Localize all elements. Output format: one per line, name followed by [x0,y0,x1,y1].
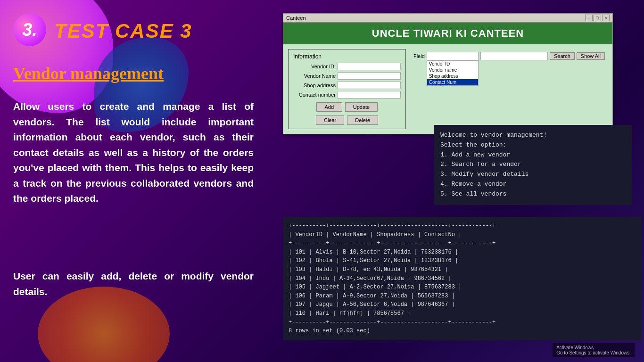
add-button[interactable]: Add [316,102,342,112]
terminal-line-2: Select the option: [440,140,625,150]
table-summary: 8 rows in set (0.03 sec) [289,327,636,336]
table-terminal: +----------+--------------+-------------… [283,217,641,340]
table-row-8: | 110 | Hari | hfjhfhj | 785678567 | [289,309,636,318]
window-titlebar: Canteen − □ × [283,14,612,23]
table-row-1: | 101 | Alvis | B-10,Sector 27,Noida | 7… [289,248,636,257]
field-dropdown[interactable] [427,52,479,60]
user-text: User can easily add, delete or modify ve… [13,269,254,299]
terminal-line-3: 1. Add a new vendor [440,150,625,160]
search-row: Field Vendor ID Vendor name Shop address… [413,52,605,60]
number-badge: 3. [13,13,46,46]
terminal-line-7: 5. See all vendors [440,189,625,199]
vendor-name-input[interactable] [338,72,401,80]
right-panel: Canteen − □ × UNCLE TIWARI KI CANTEEN In… [273,0,644,362]
window-title: Canteen [286,15,306,21]
left-panel: 3. TEST CASE 3 Vendor management Allow u… [0,0,273,362]
terminal-line-6: 4. Remove a vendor [440,180,625,189]
test-case-title: TEST CASE 3 [54,20,192,42]
dropdown-item-vendor-name[interactable]: Vendor name [427,67,478,73]
terminal-line-5: 3. Modify vendor details [440,170,625,180]
close-button[interactable]: × [602,15,610,21]
section-heading: Vendor management [13,64,164,83]
vendor-id-row: Vendor ID: [293,63,401,70]
contact-number-input[interactable] [338,91,401,99]
field-label: Field [413,53,425,59]
window-controls: − □ × [585,15,610,21]
dropdown-menu: Vendor ID Vendor name Shop address Conta… [427,60,479,86]
terminal-welcome-box: Welcome to vendor management! Select the… [434,125,632,205]
show-all-button[interactable]: Show All [577,52,605,60]
dropdown-item-contact-num[interactable]: Contact Num [427,79,478,85]
dropdown-item-vendor-id[interactable]: Vendor ID [427,61,478,67]
vendor-name-row: Vendor Name [293,72,401,80]
search-panel: Field Vendor ID Vendor name Shop address… [411,49,608,129]
activate-line-1: Activate Windows [556,345,631,350]
table-row-2: | 102 | Bhola | S-41,Sector 27,Noida | 1… [289,256,636,265]
search-button[interactable]: Search [550,52,575,60]
search-input[interactable] [480,52,548,60]
shop-address-input[interactable] [338,82,401,89]
update-button[interactable]: Update [345,102,378,112]
table-header: | VendorID | VendorName | Shopaddress | … [289,230,636,239]
vendor-id-label: Vendor ID: [293,64,336,69]
dropdown-selected-value [427,52,478,54]
table-separator-top: +----------+--------------+-------------… [289,222,636,230]
activate-windows-notice: Activate Windows Go to Settings to activ… [553,343,635,357]
info-panel: Information Vendor ID: Vendor Name Shop … [288,49,406,129]
table-row-4: | 104 | Indu | A-34,Sector67,Noida | 986… [289,274,636,283]
table-row-7: | 107 | Jaggu | A-56,Sector 6,Noida | 98… [289,300,636,309]
shop-address-label: Shop address [293,82,336,88]
table-row-5: | 105 | Jagjeet | A-2,Sector 27,Noida | … [289,283,636,292]
terminal-line-1: Welcome to vendor management! [440,131,625,140]
description-text: Allow users to create and manage a list … [13,99,254,206]
shop-address-row: Shop address [293,82,401,89]
table-row-3: | 103 | Haldi | D-78, ec 43,Noida | 9876… [289,265,636,274]
table-footer: +----------+--------------+-------------… [289,318,636,327]
table-row-6: | 106 | Param | A-9,Sector 27,Noida | 56… [289,292,636,301]
vendor-id-input[interactable] [338,63,401,70]
delete-button[interactable]: Delete [347,115,378,125]
minimize-button[interactable]: − [585,15,593,21]
app-content: Information Vendor ID: Vendor Name Shop … [283,44,612,134]
dropdown-item-shop-address[interactable]: Shop address [427,73,478,79]
contact-number-row: Contact number [293,91,401,99]
button-row-2: Clear Delete [293,115,401,125]
info-panel-title: Information [293,53,401,60]
maximize-button[interactable]: □ [594,15,601,21]
button-row-1: Add Update [293,102,401,112]
app-header: UNCLE TIWARI KI CANTEEN [283,23,612,44]
terminal-line-4: 2. Search for a vendor [440,160,625,170]
clear-button[interactable]: Clear [316,115,344,125]
table-separator-2: +----------+--------------+-------------… [289,239,636,248]
contact-number-label: Contact number [293,92,336,98]
activate-line-2: Go to Settings to activate Windows. [556,350,631,355]
field-dropdown-container[interactable]: Vendor ID Vendor name Shop address Conta… [427,52,479,60]
app-window: Canteen − □ × UNCLE TIWARI KI CANTEEN In… [283,13,613,134]
vendor-name-label: Vendor Name [293,73,336,79]
